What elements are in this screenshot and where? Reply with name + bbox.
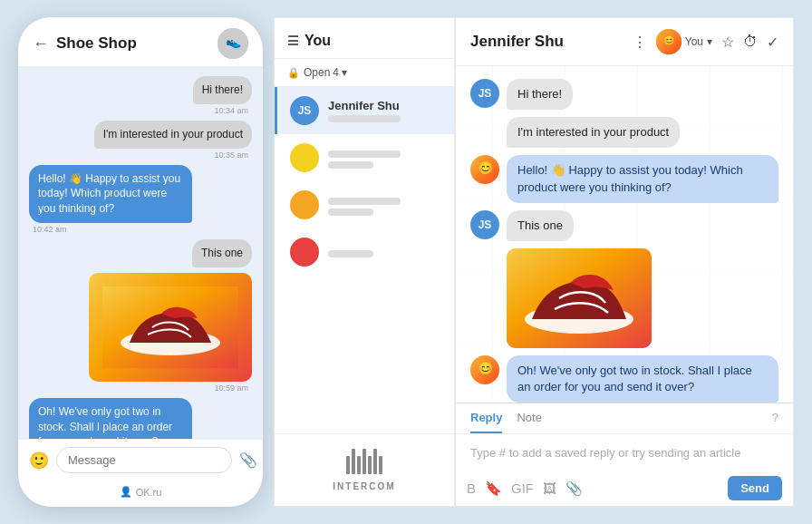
more-vert-icon[interactable]: ⋮	[633, 34, 647, 51]
ic-logo	[346, 449, 382, 474]
ic-open-dropdown[interactable]: Open 4 ▾	[304, 66, 347, 79]
chat-messages: JS Hi there! I'm interested in your prod…	[456, 66, 793, 403]
ic-header: ☰ You	[275, 18, 454, 59]
chat-agent-avatar: 😊	[656, 29, 682, 54]
ic-conv-orange[interactable]	[275, 181, 454, 228]
chat-avatar-agent-2: 😊	[470, 355, 499, 384]
chat-avatar-js-1: JS	[470, 79, 499, 108]
chat-avatar-js-2: JS	[470, 210, 499, 239]
phone-emoji-icon[interactable]: 🙂	[29, 451, 49, 471]
ic-conv-preview-jennifer	[328, 115, 401, 122]
ic-avatar-red	[290, 238, 319, 267]
phone-bottom-bar: 👤 OK.ru	[18, 480, 263, 507]
phone-attach-icon[interactable]: 📎	[239, 451, 257, 469]
ic-conv-preview-orange2	[328, 209, 373, 216]
ic-conv-preview-orange	[328, 198, 401, 205]
ic-open-label: Open	[304, 66, 330, 79]
ic-avatar-orange	[290, 190, 319, 219]
hamburger-icon[interactable]: ☰	[287, 34, 299, 48]
chat-bubble-stock: Oh! We've only got two in stock. Shall I…	[507, 355, 778, 403]
chat-msg-hi: JS Hi there!	[470, 79, 778, 110]
ic-conv-preview-red	[328, 250, 373, 257]
chat-bubble-hi: Hi there!	[507, 79, 573, 110]
phone-chat-area: Hi there! 10:34 am I'm interested in you…	[18, 67, 263, 439]
ic-conv-info-jennifer: Jennifer Shu	[328, 99, 401, 122]
phone-shop-title: Shoe Shop	[56, 34, 210, 53]
phone-bubble-4: This one	[192, 239, 252, 267]
phone-bubble-5: Oh! We've only got two in stock. Shall I…	[29, 398, 192, 439]
chat-text-field[interactable]: Type # to add a saved reply or try sendi…	[456, 434, 793, 471]
chat-msg-thisone: JS This one	[470, 210, 778, 241]
chat-shoe-image	[507, 248, 652, 348]
chat-send-button[interactable]: Send	[728, 476, 782, 500]
intercom-panel: ☰ You 🔒 Open 4 ▾ JS Jennifer Shu	[274, 17, 455, 507]
phone-time-2: 10:35 am	[210, 150, 252, 160]
phone-input-bar: 🙂 📎 🎤	[18, 439, 263, 480]
attach-icon[interactable]: 📎	[566, 480, 583, 497]
chat-input-area: Reply Note ? Type # to add a saved reply…	[456, 403, 793, 506]
chat-toolbar: B 🔖 GIF 🖼 📎 Send	[456, 471, 793, 506]
svg-text:😊: 😊	[478, 361, 494, 376]
ic-conv-info-orange	[328, 195, 401, 216]
chat-header-icons: ⋮ 😊 You ▾ ☆ ⏱ ✓	[633, 29, 778, 54]
chat-msg-stock-agent: Oh! We've only got two in stock. Shall I…	[470, 355, 778, 403]
phone-mockup: ← Shoe Shop 👟 Hi there! 10:34 am I'm int…	[18, 17, 263, 507]
phone-bubble-3: Hello! 👋 Happy to assist you today! Whic…	[29, 165, 192, 223]
lock-icon: 🔒	[287, 67, 300, 79]
phone-message-input[interactable]	[56, 447, 232, 473]
chat-contact-name: Jennifer Shu	[470, 33, 625, 51]
svg-text:😊: 😊	[663, 34, 675, 46]
ic-title-text: You	[304, 33, 331, 49]
chat-agent-header: 😊 You ▾	[656, 29, 712, 54]
ic-conv-jennifer[interactable]: JS Jennifer Shu	[275, 87, 454, 134]
ic-conv-name-jennifer: Jennifer Shu	[328, 99, 401, 112]
phone-bottom-label: OK.ru	[136, 487, 162, 498]
phone-msg-thisone: This one	[29, 239, 252, 267]
phone-time-1: 10:34 am	[210, 106, 252, 115]
chat-input-tabs: Reply Note ?	[456, 403, 793, 434]
back-arrow-icon[interactable]: ←	[33, 34, 49, 53]
ic-avatar-yellow	[290, 143, 319, 172]
ic-avatar-jennifer: JS	[290, 96, 319, 125]
chat-tab-reply[interactable]: Reply	[470, 403, 502, 433]
phone-msg-hi: Hi there! 10:34 am	[29, 76, 252, 115]
image-icon[interactable]: 🖼	[543, 480, 556, 496]
check-icon[interactable]: ✓	[767, 34, 778, 51]
chat-msg-shoeimg	[470, 248, 778, 348]
ic-conv-info-yellow	[328, 148, 401, 169]
ic-open-count: 4	[333, 66, 339, 79]
chat-msg-hello-agent: Hello! 👋 Happy to assist you today! Whic…	[470, 155, 778, 202]
ic-conv-red[interactable]	[275, 228, 454, 276]
chat-bubble-interested: I'm interested in your product	[507, 117, 680, 148]
ic-conv-preview-yellow2	[328, 161, 373, 169]
svg-text:👟: 👟	[226, 34, 242, 50]
ic-conversation-list: JS Jennifer Shu	[275, 87, 454, 433]
chat-header: Jennifer Shu ⋮ 😊 You ▾ ☆ ⏱ ✓	[456, 18, 793, 66]
ic-conv-preview-yellow	[328, 150, 401, 158]
chat-msg-interested: I'm interested in your product	[470, 117, 778, 148]
phone-time-img: 10:59 am	[210, 383, 252, 393]
phone-bubble-1: Hi there!	[193, 76, 252, 104]
phone-shop-avatar: 👟	[218, 28, 248, 59]
chat-bubble-thisone: This one	[507, 210, 574, 241]
ic-header-title: ☰ You	[287, 33, 441, 49]
phone-shoe-image	[89, 273, 252, 382]
phone-msg-hello: Hello! 👋 Happy to assist you today! Whic…	[29, 165, 252, 234]
ic-footer: INTERCOM	[275, 433, 454, 506]
phone-bubble-2: I'm interested in your product	[94, 121, 252, 149]
chat-input-placeholder: Type # to add a saved reply or try sendi…	[470, 446, 740, 460]
phone-bottom-icon: 👤	[120, 486, 132, 498]
gif-icon[interactable]: GIF	[511, 480, 534, 496]
chat-bubble-hello: Hello! 👋 Happy to assist you today! Whic…	[507, 155, 778, 202]
ic-conv-yellow[interactable]	[275, 134, 454, 181]
format-icon[interactable]: B	[467, 480, 476, 496]
star-icon[interactable]: ☆	[721, 34, 734, 51]
chat-agent-label: You	[685, 35, 703, 48]
chat-help-icon[interactable]: ?	[772, 403, 778, 433]
phone-msg-img: 10:59 am	[29, 273, 252, 393]
bookmark-icon[interactable]: 🔖	[485, 480, 502, 497]
phone-msg-stock: Oh! We've only got two in stock. Shall I…	[29, 398, 252, 439]
clock-icon[interactable]: ⏱	[743, 34, 758, 50]
ic-brand-label: INTERCOM	[333, 481, 395, 491]
chat-tab-note[interactable]: Note	[517, 403, 541, 433]
